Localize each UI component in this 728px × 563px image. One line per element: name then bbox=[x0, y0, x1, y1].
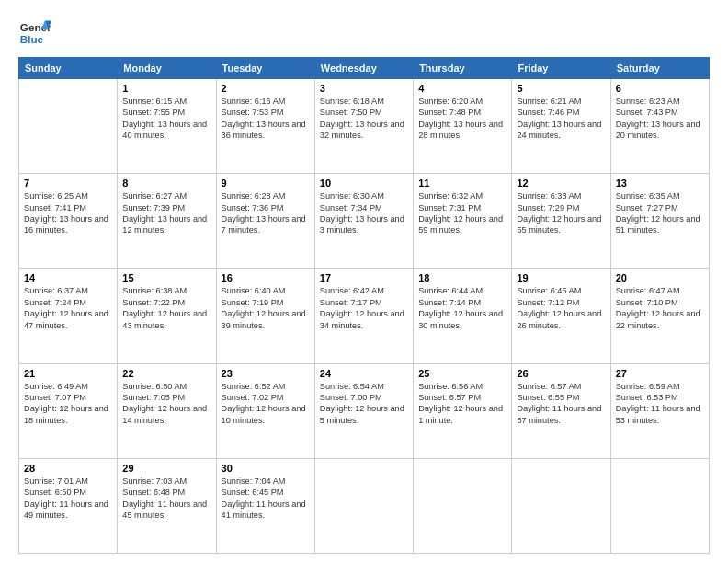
weekday-header: Sunday bbox=[19, 58, 118, 79]
day-info: Sunrise: 6:59 AMSunset: 6:53 PMDaylight:… bbox=[616, 381, 704, 427]
day-info: Sunrise: 6:18 AMSunset: 7:50 PMDaylight:… bbox=[320, 96, 408, 142]
day-info: Sunrise: 6:52 AMSunset: 7:02 PMDaylight:… bbox=[222, 381, 310, 427]
calendar-week-row: 1Sunrise: 6:15 AMSunset: 7:55 PMDaylight… bbox=[19, 79, 710, 174]
day-number: 28 bbox=[24, 463, 112, 474]
day-number: 7 bbox=[24, 178, 112, 189]
calendar-week-row: 7Sunrise: 6:25 AMSunset: 7:41 PMDaylight… bbox=[19, 174, 710, 269]
day-number: 8 bbox=[122, 178, 210, 189]
svg-text:Blue: Blue bbox=[20, 33, 44, 45]
weekday-header: Monday bbox=[118, 58, 216, 79]
day-number: 27 bbox=[616, 368, 704, 379]
day-number: 26 bbox=[517, 368, 605, 379]
day-info: Sunrise: 6:56 AMSunset: 6:57 PMDaylight:… bbox=[418, 381, 506, 427]
weekday-header: Thursday bbox=[414, 58, 512, 79]
day-number: 20 bbox=[616, 272, 704, 283]
calendar-cell: 15Sunrise: 6:38 AMSunset: 7:22 PMDayligh… bbox=[118, 269, 216, 363]
logo: General Blue bbox=[18, 17, 51, 50]
calendar-cell: 16Sunrise: 6:40 AMSunset: 7:19 PMDayligh… bbox=[216, 269, 314, 363]
calendar-cell: 28Sunrise: 7:01 AMSunset: 6:50 PMDayligh… bbox=[19, 458, 118, 553]
calendar-cell: 7Sunrise: 6:25 AMSunset: 7:41 PMDaylight… bbox=[19, 174, 118, 269]
day-number: 2 bbox=[222, 83, 310, 94]
day-info: Sunrise: 6:38 AMSunset: 7:22 PMDaylight:… bbox=[122, 285, 210, 331]
calendar-cell: 29Sunrise: 7:03 AMSunset: 6:48 PMDayligh… bbox=[118, 458, 216, 553]
day-info: Sunrise: 7:03 AMSunset: 6:48 PMDaylight:… bbox=[122, 476, 210, 522]
calendar-cell: 21Sunrise: 6:49 AMSunset: 7:07 PMDayligh… bbox=[19, 363, 118, 458]
calendar-week-row: 21Sunrise: 6:49 AMSunset: 7:07 PMDayligh… bbox=[19, 363, 710, 458]
weekday-header: Friday bbox=[512, 58, 610, 79]
day-number: 18 bbox=[418, 272, 506, 283]
day-info: Sunrise: 6:21 AMSunset: 7:46 PMDaylight:… bbox=[517, 96, 605, 142]
day-number: 13 bbox=[616, 178, 704, 189]
weekday-header: Saturday bbox=[610, 58, 709, 79]
day-number: 15 bbox=[122, 272, 210, 283]
day-number: 19 bbox=[517, 272, 605, 283]
calendar-cell: 1Sunrise: 6:15 AMSunset: 7:55 PMDaylight… bbox=[118, 79, 216, 174]
day-number: 5 bbox=[517, 83, 605, 94]
calendar-cell: 22Sunrise: 6:50 AMSunset: 7:05 PMDayligh… bbox=[118, 363, 216, 458]
calendar-cell bbox=[314, 458, 413, 553]
weekday-header: Tuesday bbox=[216, 58, 314, 79]
day-info: Sunrise: 6:47 AMSunset: 7:10 PMDaylight:… bbox=[616, 285, 704, 331]
day-info: Sunrise: 6:35 AMSunset: 7:27 PMDaylight:… bbox=[616, 190, 704, 236]
day-info: Sunrise: 7:04 AMSunset: 6:45 PMDaylight:… bbox=[222, 476, 310, 522]
day-number: 12 bbox=[517, 178, 605, 189]
calendar-cell bbox=[414, 458, 512, 553]
day-info: Sunrise: 6:15 AMSunset: 7:55 PMDaylight:… bbox=[122, 96, 210, 142]
calendar-cell bbox=[19, 79, 118, 174]
day-number: 4 bbox=[418, 83, 506, 94]
calendar-cell: 11Sunrise: 6:32 AMSunset: 7:31 PMDayligh… bbox=[414, 174, 512, 269]
day-number: 29 bbox=[122, 463, 210, 474]
calendar-cell: 24Sunrise: 6:54 AMSunset: 7:00 PMDayligh… bbox=[314, 363, 413, 458]
day-info: Sunrise: 6:50 AMSunset: 7:05 PMDaylight:… bbox=[122, 381, 210, 427]
calendar-cell: 27Sunrise: 6:59 AMSunset: 6:53 PMDayligh… bbox=[610, 363, 709, 458]
calendar-cell: 5Sunrise: 6:21 AMSunset: 7:46 PMDaylight… bbox=[512, 79, 610, 174]
calendar-cell: 17Sunrise: 6:42 AMSunset: 7:17 PMDayligh… bbox=[314, 269, 413, 363]
calendar-cell: 9Sunrise: 6:28 AMSunset: 7:36 PMDaylight… bbox=[216, 174, 314, 269]
day-number: 14 bbox=[24, 272, 112, 283]
day-number: 17 bbox=[320, 272, 408, 283]
day-number: 24 bbox=[320, 368, 408, 379]
day-number: 22 bbox=[122, 368, 210, 379]
calendar-cell: 30Sunrise: 7:04 AMSunset: 6:45 PMDayligh… bbox=[216, 458, 314, 553]
day-info: Sunrise: 6:30 AMSunset: 7:34 PMDaylight:… bbox=[320, 190, 408, 236]
calendar-cell bbox=[610, 458, 709, 553]
day-info: Sunrise: 6:16 AMSunset: 7:53 PMDaylight:… bbox=[222, 96, 310, 142]
calendar-cell: 23Sunrise: 6:52 AMSunset: 7:02 PMDayligh… bbox=[216, 363, 314, 458]
logo-icon: General Blue bbox=[18, 17, 51, 50]
calendar-cell: 25Sunrise: 6:56 AMSunset: 6:57 PMDayligh… bbox=[414, 363, 512, 458]
day-number: 10 bbox=[320, 178, 408, 189]
header: General Blue bbox=[18, 17, 710, 50]
day-number: 23 bbox=[222, 368, 310, 379]
day-info: Sunrise: 6:54 AMSunset: 7:00 PMDaylight:… bbox=[320, 381, 408, 427]
calendar-cell: 10Sunrise: 6:30 AMSunset: 7:34 PMDayligh… bbox=[314, 174, 413, 269]
day-info: Sunrise: 6:25 AMSunset: 7:41 PMDaylight:… bbox=[24, 190, 112, 236]
calendar-cell: 13Sunrise: 6:35 AMSunset: 7:27 PMDayligh… bbox=[610, 174, 709, 269]
calendar-cell: 26Sunrise: 6:57 AMSunset: 6:55 PMDayligh… bbox=[512, 363, 610, 458]
calendar-cell: 18Sunrise: 6:44 AMSunset: 7:14 PMDayligh… bbox=[414, 269, 512, 363]
day-number: 6 bbox=[616, 83, 704, 94]
calendar-cell: 14Sunrise: 6:37 AMSunset: 7:24 PMDayligh… bbox=[19, 269, 118, 363]
day-info: Sunrise: 6:37 AMSunset: 7:24 PMDaylight:… bbox=[24, 285, 112, 331]
day-info: Sunrise: 6:33 AMSunset: 7:29 PMDaylight:… bbox=[517, 190, 605, 236]
day-info: Sunrise: 6:23 AMSunset: 7:43 PMDaylight:… bbox=[616, 96, 704, 142]
day-info: Sunrise: 6:20 AMSunset: 7:48 PMDaylight:… bbox=[418, 96, 506, 142]
day-info: Sunrise: 6:45 AMSunset: 7:12 PMDaylight:… bbox=[517, 285, 605, 331]
calendar-cell: 8Sunrise: 6:27 AMSunset: 7:39 PMDaylight… bbox=[118, 174, 216, 269]
day-info: Sunrise: 6:40 AMSunset: 7:19 PMDaylight:… bbox=[222, 285, 310, 331]
day-info: Sunrise: 6:49 AMSunset: 7:07 PMDaylight:… bbox=[24, 381, 112, 427]
day-info: Sunrise: 6:44 AMSunset: 7:14 PMDaylight:… bbox=[418, 285, 506, 331]
day-number: 30 bbox=[222, 463, 310, 474]
calendar-week-row: 28Sunrise: 7:01 AMSunset: 6:50 PMDayligh… bbox=[19, 458, 710, 553]
calendar-cell bbox=[512, 458, 610, 553]
day-number: 21 bbox=[24, 368, 112, 379]
page: General Blue SundayMondayTuesdayWednesda… bbox=[0, 0, 728, 563]
calendar-cell: 19Sunrise: 6:45 AMSunset: 7:12 PMDayligh… bbox=[512, 269, 610, 363]
calendar-week-row: 14Sunrise: 6:37 AMSunset: 7:24 PMDayligh… bbox=[19, 269, 710, 363]
day-number: 11 bbox=[418, 178, 506, 189]
calendar-cell: 6Sunrise: 6:23 AMSunset: 7:43 PMDaylight… bbox=[610, 79, 709, 174]
day-number: 1 bbox=[122, 83, 210, 94]
calendar-cell: 12Sunrise: 6:33 AMSunset: 7:29 PMDayligh… bbox=[512, 174, 610, 269]
day-info: Sunrise: 6:57 AMSunset: 6:55 PMDaylight:… bbox=[517, 381, 605, 427]
day-number: 9 bbox=[222, 178, 310, 189]
calendar-cell: 3Sunrise: 6:18 AMSunset: 7:50 PMDaylight… bbox=[314, 79, 413, 174]
